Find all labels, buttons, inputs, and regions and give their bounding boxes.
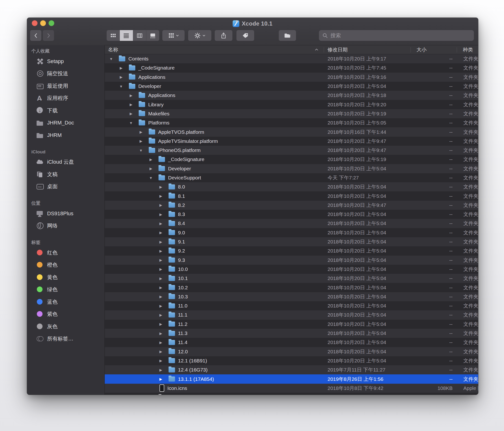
table-row[interactable]: ▼ Contents 2018年10月20日 上午9:17 -- 文件夹 [105, 54, 478, 63]
disclosure-triangle-icon[interactable]: ▶ [118, 66, 124, 70]
disclosure-triangle-icon[interactable]: ▼ [128, 121, 134, 125]
table-row[interactable]: Info.plist 2018年10月8日 上午9:51 3KB Propert… [105, 393, 478, 395]
table-row[interactable]: ▶ 9.3 2018年10月20日 上午5:04 -- 文件夹 [105, 256, 478, 265]
disclosure-triangle-icon[interactable]: ▶ [158, 295, 164, 299]
table-row[interactable]: ▶ Developer 2018年10月20日 上午5:04 -- 文件夹 [105, 164, 478, 173]
list-view-button[interactable] [120, 30, 133, 41]
disclosure-triangle-icon[interactable]: ▶ [158, 240, 164, 244]
column-view-button[interactable] [133, 30, 146, 41]
sidebar-item-DS918Plus[interactable]: DS918Plus [27, 207, 105, 220]
table-row[interactable]: ▼ Developer 2018年10月20日 上午5:04 -- 文件夹 [105, 82, 478, 91]
table-row[interactable]: ▶ 8.3 2018年10月20日 上午5:04 -- 文件夹 [105, 210, 478, 219]
disclosure-triangle-icon[interactable]: ▶ [158, 368, 164, 372]
table-row[interactable]: ▶ 8.4 2018年10月20日 上午5:04 -- 文件夹 [105, 219, 478, 228]
disclosure-triangle-icon[interactable]: ▶ [128, 103, 134, 106]
sidebar-item-网络[interactable]: 网络 [27, 220, 105, 232]
disclosure-triangle-icon[interactable]: ▶ [118, 75, 124, 79]
back-button[interactable] [30, 30, 41, 41]
new-folder-button[interactable] [279, 30, 296, 41]
table-row[interactable]: ▶ 10.3 2018年10月20日 上午5:04 -- 文件夹 [105, 292, 478, 301]
table-row[interactable]: ▶ 10.1 2018年10月20日 上午5:04 -- 文件夹 [105, 274, 478, 283]
table-row[interactable]: ▶ 11.3 2018年10月20日 上午5:04 -- 文件夹 [105, 329, 478, 338]
search-input[interactable] [328, 33, 474, 39]
disclosure-triangle-icon[interactable]: ▶ [158, 313, 164, 317]
table-row[interactable]: ▶ AppleTVOS.platform 2018年10月16日 下午1:44 … [105, 127, 478, 136]
disclosure-triangle-icon[interactable]: ▶ [148, 158, 154, 161]
table-row[interactable]: ▶ Library 2018年10月20日 上午9:20 -- 文件夹 [105, 100, 478, 109]
sidebar-item-绿色[interactable]: 绿色 [27, 284, 105, 296]
disclosure-triangle-icon[interactable]: ▶ [158, 286, 164, 289]
table-row[interactable]: Icon.icns 2018年10月8日 下午9:42 108KB Apple … [105, 384, 478, 393]
table-row[interactable]: ▶ 11.1 2018年10月20日 上午5:04 -- 文件夹 [105, 310, 478, 319]
table-row[interactable]: ▶ 9.0 2018年10月20日 上午5:04 -- 文件夹 [105, 228, 478, 237]
table-row[interactable]: ▶ 12.4 (16G73) 2019年7月11日 下午11:27 -- 文件夹 [105, 365, 478, 374]
sidebar-item-下载[interactable]: 下载 [27, 104, 105, 117]
sidebar-item-灰色[interactable]: 灰色 [27, 320, 105, 333]
disclosure-triangle-icon[interactable]: ▶ [158, 332, 164, 335]
table-row[interactable]: ▶ _CodeSignature 2018年10月20日 上午7:45 -- 文… [105, 63, 478, 72]
table-row[interactable]: ▶ 8.0 2018年10月20日 上午5:04 -- 文件夹 [105, 182, 478, 191]
table-row[interactable]: ▼ Platforms 2018年10月20日 上午5:05 -- 文件夹 [105, 118, 478, 127]
sidebar-item-Setapp[interactable]: Setapp [27, 55, 105, 68]
table-row[interactable]: ▶ 10.0 2018年10月20日 上午5:04 -- 文件夹 [105, 265, 478, 274]
table-row-selected[interactable]: ▶ 13.1.1 (17A854) 2019年8月26日 上午1:56 -- 文… [105, 374, 478, 383]
column-divider[interactable] [411, 47, 411, 53]
disclosure-triangle-icon[interactable]: ▶ [158, 350, 164, 353]
column-header-kind[interactable]: 种类 [463, 45, 473, 54]
sidebar-item-黄色[interactable]: 黄色 [27, 271, 105, 284]
column-header-size[interactable]: 大小 [416, 45, 427, 54]
disclosure-triangle-icon[interactable]: ▶ [158, 277, 164, 280]
group-button[interactable] [162, 30, 185, 41]
sidebar-item-所有标签…[interactable]: 所有标签… [27, 333, 105, 345]
sidebar-item-隔空投送[interactable]: 隔空投送 [27, 68, 105, 80]
column-header-date[interactable]: 修改日期 [328, 45, 348, 54]
sidebar-item-蓝色[interactable]: 蓝色 [27, 296, 105, 308]
disclosure-triangle-icon[interactable]: ▶ [158, 194, 164, 198]
disclosure-triangle-icon[interactable]: ▶ [158, 267, 164, 271]
disclosure-triangle-icon[interactable]: ▶ [138, 139, 144, 143]
gallery-view-button[interactable] [146, 30, 159, 41]
column-header-name[interactable]: 名称 [108, 45, 118, 54]
table-row[interactable]: ▶ 8.1 2018年10月20日 上午5:04 -- 文件夹 [105, 191, 478, 201]
table-row[interactable]: ▶ 11.2 2018年10月20日 上午5:04 -- 文件夹 [105, 320, 478, 329]
sidebar-item-最近使用[interactable]: 最近使用 [27, 80, 105, 92]
tag-button[interactable] [236, 30, 254, 41]
disclosure-triangle-icon[interactable]: ▶ [158, 258, 164, 262]
table-row[interactable]: ▶ Applications 2018年10月20日 上午9:16 -- 文件夹 [105, 73, 478, 82]
table-row[interactable]: ▶ Applications 2018年10月20日 上午9:18 -- 文件夹 [105, 91, 478, 100]
action-button[interactable] [188, 30, 211, 41]
sidebar-item-橙色[interactable]: 橙色 [27, 259, 105, 271]
disclosure-triangle-icon[interactable]: ▼ [108, 57, 114, 61]
table-row[interactable]: ▶ 11.4 2018年10月20日 上午5:04 -- 文件夹 [105, 338, 478, 347]
disclosure-triangle-icon[interactable]: ▶ [158, 341, 164, 344]
search-field[interactable] [319, 30, 474, 41]
sidebar-item-应用程序[interactable]: 应用程序 [27, 92, 105, 105]
column-divider[interactable] [324, 47, 324, 53]
disclosure-triangle-icon[interactable]: ▶ [138, 130, 144, 134]
table-row[interactable]: ▶ 8.2 2018年10月20日 上午9:47 -- 文件夹 [105, 201, 478, 210]
table-row[interactable]: ▶ 11.0 2018年10月20日 上午5:04 -- 文件夹 [105, 301, 478, 310]
icon-view-button[interactable] [107, 30, 120, 41]
table-row[interactable]: ▶ Makefiles 2018年10月20日 上午9:19 -- 文件夹 [105, 109, 478, 118]
disclosure-triangle-icon[interactable]: ▶ [148, 167, 154, 170]
disclosure-triangle-icon[interactable]: ▼ [118, 85, 124, 88]
sidebar-item-JHRM[interactable]: JHRM [27, 129, 105, 141]
disclosure-triangle-icon[interactable]: ▼ [148, 176, 154, 180]
sidebar-item-紫色[interactable]: 紫色 [27, 308, 105, 321]
disclosure-triangle-icon[interactable]: ▶ [128, 112, 134, 115]
table-row[interactable]: ▼ DeviceSupport 今天 下午7:27 -- 文件夹 [105, 173, 478, 182]
sidebar-item-JHRM_Doc[interactable]: JHRM_Doc [27, 117, 105, 129]
disclosure-triangle-icon[interactable]: ▼ [138, 149, 144, 152]
table-row[interactable]: ▶ 9.1 2018年10月20日 上午5:04 -- 文件夹 [105, 237, 478, 246]
disclosure-triangle-icon[interactable]: ▶ [158, 249, 164, 253]
disclosure-triangle-icon[interactable]: ▶ [158, 359, 164, 362]
disclosure-triangle-icon[interactable]: ▶ [158, 304, 164, 308]
column-divider[interactable] [457, 47, 457, 53]
table-row[interactable]: ▶ 9.2 2018年10月20日 上午5:04 -- 文件夹 [105, 246, 478, 255]
disclosure-triangle-icon[interactable]: ▶ [158, 222, 164, 225]
disclosure-triangle-icon[interactable]: ▶ [158, 322, 164, 326]
table-row[interactable]: ▼ iPhoneOS.platform 2018年10月20日 上午9:47 -… [105, 146, 478, 155]
disclosure-triangle-icon[interactable]: ▶ [158, 213, 164, 216]
sidebar-item-iCloud 云盘[interactable]: iCloud 云盘 [27, 156, 105, 168]
table-row[interactable]: ▶ AppleTVSimulator.platform 2018年10月20日 … [105, 137, 478, 146]
